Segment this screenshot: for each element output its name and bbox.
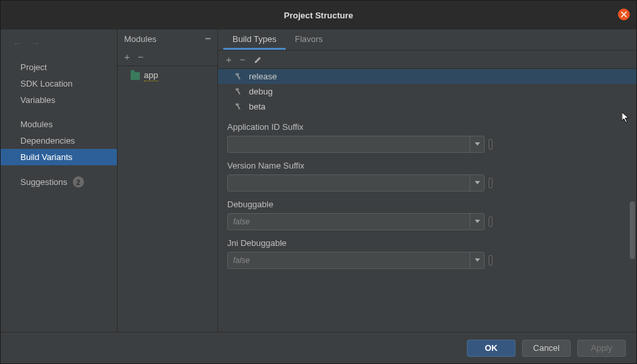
cancel-button[interactable]: Cancel <box>522 340 571 357</box>
button-label: Apply <box>591 343 613 353</box>
hammer-icon <box>234 87 242 96</box>
field-label-debuggable: Debuggable <box>227 199 627 209</box>
combo-version-suffix[interactable] <box>227 174 485 192</box>
field-label-app-id-suffix: Application ID Suffix <box>227 122 627 132</box>
edit-icon[interactable] <box>253 55 263 64</box>
nav-modules[interactable]: Modules <box>1 116 117 132</box>
main-panel: Build Types Flavors + − release debug <box>218 30 636 332</box>
window-title: Project Structure <box>284 10 353 20</box>
combo-value: false <box>233 256 250 265</box>
remove-module-button[interactable]: − <box>138 51 144 62</box>
apply-button[interactable]: Apply <box>577 340 626 357</box>
titlebar: Project Structure <box>1 1 636 30</box>
remove-variant-button[interactable]: − <box>240 54 246 65</box>
suggestions-badge: 2 <box>73 176 84 188</box>
add-module-button[interactable]: + <box>124 51 130 62</box>
variant-item-release[interactable]: release <box>218 69 636 84</box>
nav-label: Project <box>20 62 47 72</box>
modules-header: Modules <box>124 34 156 44</box>
link-icon[interactable] <box>489 216 493 227</box>
field-label-jni-debuggable: Jni Debuggable <box>227 238 627 248</box>
link-icon[interactable] <box>489 139 493 150</box>
variant-label: release <box>249 71 277 81</box>
variant-item-debug[interactable]: debug <box>218 84 636 99</box>
add-variant-button[interactable]: + <box>226 54 232 65</box>
footer: OK Cancel Apply <box>1 332 636 363</box>
nav-label: Modules <box>20 119 53 129</box>
chevron-down-icon <box>470 175 484 191</box>
field-label-version-suffix: Version Name Suffix <box>227 161 627 171</box>
close-button[interactable] <box>618 9 630 20</box>
variant-label: debug <box>249 87 273 96</box>
hammer-icon <box>234 72 242 81</box>
modules-column: Modules − + − app <box>118 30 218 332</box>
link-icon[interactable] <box>489 178 493 188</box>
close-icon <box>621 11 627 18</box>
nav-back-icon[interactable]: ← <box>12 37 22 49</box>
nav-label: Variables <box>20 95 55 105</box>
nav-variables[interactable]: Variables <box>1 92 117 108</box>
combo-debuggable[interactable]: false <box>227 213 485 230</box>
tab-label: Flavors <box>295 34 323 44</box>
variant-label: beta <box>249 102 265 111</box>
variant-item-beta[interactable]: beta <box>218 99 636 114</box>
chevron-down-icon <box>470 136 484 152</box>
nav-project[interactable]: Project <box>1 59 117 75</box>
tab-label: Build Types <box>232 34 276 44</box>
ok-button[interactable]: OK <box>467 340 516 357</box>
left-nav: ← → Project SDK Location Variables Modul… <box>1 30 118 332</box>
nav-label: Suggestions <box>20 177 68 187</box>
module-item-app[interactable]: app <box>118 68 217 84</box>
combo-jni-debuggable[interactable]: false <box>227 252 485 269</box>
folder-icon <box>131 72 140 80</box>
nav-suggestions[interactable]: Suggestions 2 <box>1 173 117 191</box>
hammer-icon <box>234 102 242 111</box>
module-name: app <box>144 70 158 81</box>
chevron-down-icon <box>470 253 484 268</box>
nav-label: Build Variants <box>20 152 72 162</box>
tab-build-types[interactable]: Build Types <box>223 30 286 50</box>
scrollbar-thumb[interactable] <box>630 201 635 259</box>
nav-label: Dependencies <box>20 136 75 146</box>
link-icon[interactable] <box>489 255 493 266</box>
tab-flavors[interactable]: Flavors <box>286 30 332 50</box>
nav-dependencies[interactable]: Dependencies <box>1 132 117 149</box>
collapse-icon[interactable]: − <box>205 33 211 45</box>
combo-value: false <box>233 217 250 226</box>
button-label: OK <box>485 343 498 353</box>
nav-sdk-location[interactable]: SDK Location <box>1 75 117 92</box>
nav-forward-icon[interactable]: → <box>30 37 40 49</box>
nav-label: SDK Location <box>20 79 73 89</box>
combo-app-id-suffix[interactable] <box>227 136 485 153</box>
chevron-down-icon <box>470 214 484 230</box>
button-label: Cancel <box>533 343 560 353</box>
nav-build-variants[interactable]: Build Variants <box>1 149 117 165</box>
form-scroll[interactable]: Application ID Suffix Version Name Suffi… <box>218 114 636 332</box>
